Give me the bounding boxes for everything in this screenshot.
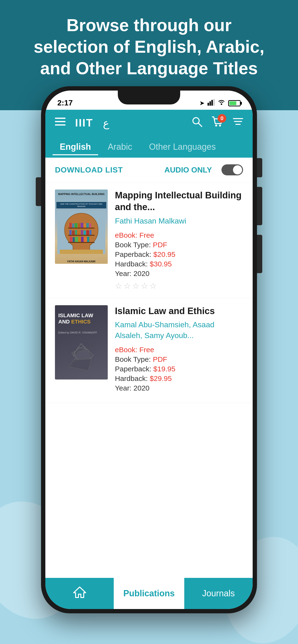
svg-rect-36: [73, 237, 75, 242]
home-icon: [73, 586, 86, 601]
svg-rect-5: [55, 118, 66, 119]
svg-rect-25: [86, 223, 89, 228]
svg-rect-31: [81, 230, 83, 235]
audio-only-toggle[interactable]: [221, 164, 243, 176]
book-1-type: Book Type: PDF: [115, 241, 243, 249]
tab-english[interactable]: English: [53, 140, 98, 154]
svg-rect-22: [78, 223, 80, 228]
svg-rect-3: [213, 99, 215, 106]
cover-1-title: MAPPING INTELLECTUAL BUILDING: [57, 192, 106, 196]
signal-icon: [208, 99, 215, 107]
svg-rect-33: [86, 230, 89, 235]
audio-only-label: AUDIO ONLY: [164, 166, 212, 174]
arabic-currency-icon[interactable]: ع: [103, 117, 109, 129]
header-text: Browse through our selection of English,…: [0, 14, 298, 79]
book-2-ebook: eBook: Free: [115, 346, 243, 354]
download-list-button[interactable]: DOWNLOAD LIST: [55, 166, 123, 174]
svg-rect-38: [78, 237, 81, 242]
content-area: DOWNLOAD LIST AUDIO ONLY MAPPING INTELLE…: [45, 158, 253, 578]
svg-rect-0: [208, 103, 209, 106]
cover-1-subtitle: AND THE CONSTRUCTION OF THOUGHT AND REAS…: [56, 202, 106, 208]
power-button: [257, 158, 262, 177]
star-4[interactable]: ☆: [141, 281, 148, 290]
cart-wrapper[interactable]: 0: [212, 116, 223, 130]
svg-rect-37: [75, 237, 78, 242]
svg-line-9: [198, 123, 202, 126]
svg-rect-2: [211, 100, 213, 106]
svg-rect-24: [84, 224, 86, 228]
svg-rect-40: [84, 237, 87, 242]
wifi-icon: [218, 99, 225, 107]
svg-rect-19: [69, 223, 72, 228]
book-1-stars: ☆ ☆ ☆ ☆ ☆: [115, 281, 243, 290]
journals-nav-item[interactable]: Journals: [184, 588, 253, 598]
book-2-year: Year: 2020: [115, 384, 243, 392]
home-nav-item[interactable]: [45, 586, 114, 601]
svg-point-10: [215, 124, 217, 126]
language-tabs: English Arabic Other Languages: [45, 136, 253, 158]
star-2[interactable]: ☆: [123, 281, 131, 290]
vol-up-button: [257, 187, 262, 225]
svg-rect-35: [70, 237, 72, 242]
publications-nav-item[interactable]: Publications: [114, 578, 184, 609]
svg-point-4: [221, 104, 222, 105]
svg-rect-18: [68, 242, 95, 243]
book-2-info: Islamic Law and Ethics Kamal Abu-Shamsie…: [115, 305, 243, 396]
star-3[interactable]: ☆: [132, 281, 139, 290]
app-logo: IIIT: [75, 117, 93, 129]
book-1-title[interactable]: Mapping Intellectual Building and the...: [115, 190, 243, 213]
search-icon[interactable]: [192, 116, 202, 130]
tab-other-languages[interactable]: Other Languages: [142, 140, 223, 154]
bottom-nav: Publications Journals: [45, 578, 253, 609]
phone-screen: 2:17 ➤: [45, 90, 253, 609]
svg-rect-21: [75, 223, 77, 228]
book-2-title[interactable]: Islamic Law and Ethics: [115, 305, 243, 317]
svg-rect-27: [69, 230, 72, 235]
svg-rect-28: [72, 230, 75, 235]
book-2-author[interactable]: Kamal Abu-Shamsieh, Asaad Alsaleh, Samy …: [115, 319, 243, 341]
vol-down-button: [257, 235, 262, 273]
svg-rect-26: [89, 223, 91, 228]
svg-marker-48: [74, 587, 86, 598]
book-1-paperback: Paperback: $20.95: [115, 250, 243, 258]
svg-rect-39: [81, 237, 83, 242]
svg-rect-7: [55, 124, 66, 126]
book-1-author[interactable]: Fathi Hasan Malkawi: [115, 216, 243, 226]
phone-frame: 2:17 ➤: [41, 86, 257, 613]
filter-row: DOWNLOAD LIST AUDIO ONLY: [45, 158, 253, 182]
book-1-info: Mapping Intellectual Building and the...…: [115, 190, 243, 290]
book-item: MAPPING INTELLECTUAL BUILDING AND THE CO…: [45, 182, 253, 298]
book-cover-1[interactable]: MAPPING INTELLECTUAL BUILDING AND THE CO…: [55, 190, 108, 264]
svg-rect-42: [60, 250, 103, 254]
book-item: ISLAMIC LAW AND ETHICS Edited by DAVID R…: [45, 298, 253, 403]
svg-rect-34: [89, 230, 91, 235]
book-2-hardback: Hardback: $29.95: [115, 374, 243, 382]
svg-rect-41: [87, 237, 89, 242]
tab-arabic[interactable]: Arabic: [100, 140, 139, 154]
svg-rect-6: [55, 121, 66, 122]
battery-icon: [228, 100, 241, 106]
svg-rect-29: [75, 230, 77, 235]
filter-icon[interactable]: [233, 118, 243, 128]
star-1[interactable]: ☆: [115, 281, 122, 290]
volume-button: [36, 177, 41, 206]
book-2-type: Book Type: PDF: [115, 355, 243, 364]
svg-rect-17: [68, 235, 95, 236]
hamburger-menu-icon[interactable]: [55, 117, 66, 129]
svg-rect-32: [83, 230, 86, 235]
book-1-ebook: eBook: Free: [115, 231, 243, 239]
svg-rect-30: [77, 231, 80, 235]
book-1-year: Year: 2020: [115, 270, 243, 278]
top-nav: IIIT ع 0: [45, 110, 253, 136]
status-icons: ➤: [199, 99, 241, 107]
cart-badge: 0: [218, 114, 226, 123]
cover-1-author-text: FATHI HASAN MALKAWI: [55, 260, 108, 263]
svg-rect-16: [68, 228, 95, 228]
book-1-hardback: Hardback: $30.95: [115, 260, 243, 268]
status-time: 2:17: [57, 98, 73, 107]
svg-rect-23: [81, 223, 83, 228]
svg-rect-1: [209, 101, 211, 106]
location-icon: ➤: [199, 100, 205, 107]
star-5[interactable]: ☆: [150, 281, 157, 290]
book-cover-2[interactable]: ISLAMIC LAW AND ETHICS Edited by DAVID R…: [55, 305, 108, 380]
